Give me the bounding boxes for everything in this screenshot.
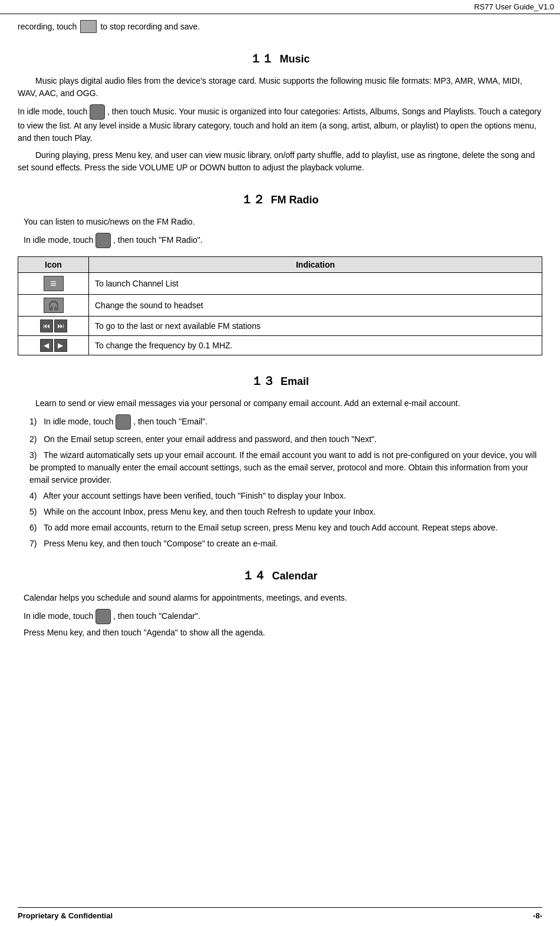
list-item: 3) The wizard automatically sets up your… (29, 449, 542, 486)
section14-para2: In idle mode, touch , then touch "Calend… (18, 609, 542, 624)
fm-app-icon (95, 233, 111, 248)
headset-icon (44, 298, 64, 313)
freq-down-icon: ◀ (40, 339, 53, 352)
section-12-title: １２ FM Radio (18, 192, 542, 207)
list-item: 2) On the Email setup screen, enter your… (29, 433, 542, 446)
page-footer: Proprietary & Confidential -8- (18, 907, 542, 920)
main-content: recording, touch to stop recording and s… (0, 14, 560, 679)
section12-para2: In idle mode, touch , then touch "FM Rad… (18, 233, 542, 248)
section-14-title: １４ Calendar (18, 568, 542, 584)
recording-prefix: recording, touch (18, 22, 77, 31)
table-row: ◀ ▶ To change the frequency by 0.1 MHZ. (18, 336, 542, 355)
music-app-icon (90, 104, 105, 120)
email-app-icon (116, 414, 131, 430)
indication-cell-1: To launch Channel List (89, 273, 542, 295)
table-row: Change the sound to headset (18, 295, 542, 317)
fm-radio-table: Icon Indication To launch Channel List C… (18, 256, 542, 355)
section13-intro: Learn to send or view email messages via… (18, 397, 542, 410)
list-item: 7) Press Menu key, and then touch "Compo… (29, 538, 542, 550)
indication-cell-4: To change the frequency by 0.1 MHZ. (89, 336, 542, 355)
table-row: To launch Channel List (18, 273, 542, 295)
calendar-app-icon (95, 609, 111, 624)
document-title: RS77 User Guide_V1.0 (474, 2, 554, 11)
icon-cell-3: ⏮ ⏭ (18, 317, 89, 336)
stop-recording-icon (80, 20, 97, 33)
table-col-indication: Indication (89, 257, 542, 273)
list-item: 5) While on the account Inbox, press Men… (29, 506, 542, 518)
table-col-icon: Icon (18, 257, 89, 273)
icon-cell-4: ◀ ▶ (18, 336, 89, 355)
icon-cell-1 (18, 273, 89, 295)
section14-para3: Press Menu key, and then touch "Agenda" … (18, 627, 542, 639)
freq-up-icon: ▶ (54, 339, 67, 352)
freq-adjust-icon: ◀ ▶ (40, 339, 67, 352)
page-header: RS77 User Guide_V1.0 (0, 0, 560, 14)
page-number: -8- (533, 911, 542, 920)
prev-station-icon: ⏮ (40, 319, 53, 332)
section11-para3: During playing, press Menu key, and user… (18, 149, 542, 174)
section12-para1: You can listen to music/news on the FM R… (18, 216, 542, 228)
section-11-title: １１ Music (18, 51, 542, 67)
top-line: recording, touch to stop recording and s… (18, 20, 542, 33)
icon-cell-2 (18, 295, 89, 317)
list-item: 1) In idle mode, touch , then touch "Ema… (29, 414, 542, 430)
channel-list-icon (44, 276, 64, 291)
section13-steps: 1) In idle mode, touch , then touch "Ema… (29, 414, 542, 550)
indication-cell-3: To go to the last or next available FM s… (89, 317, 542, 336)
recording-suffix: to stop recording and save. (100, 22, 200, 31)
next-station-icon: ⏭ (54, 319, 67, 332)
list-item: 6) To add more email accounts, return to… (29, 522, 542, 534)
list-item: 4) After your account settings have been… (29, 490, 542, 502)
table-row: ⏮ ⏭ To go to the last or next available … (18, 317, 542, 336)
section-13-title: １３ Email (18, 373, 542, 389)
footer-left: Proprietary & Confidential (18, 911, 113, 920)
indication-cell-2: Change the sound to headset (89, 295, 542, 317)
section14-para1: Calendar helps you schedule and sound al… (18, 592, 542, 604)
section11-para1: Music plays digital audio files from the… (18, 75, 542, 100)
prev-next-icon: ⏮ ⏭ (40, 319, 67, 332)
section11-para2: In idle mode, touch , then touch Music. … (18, 104, 542, 144)
